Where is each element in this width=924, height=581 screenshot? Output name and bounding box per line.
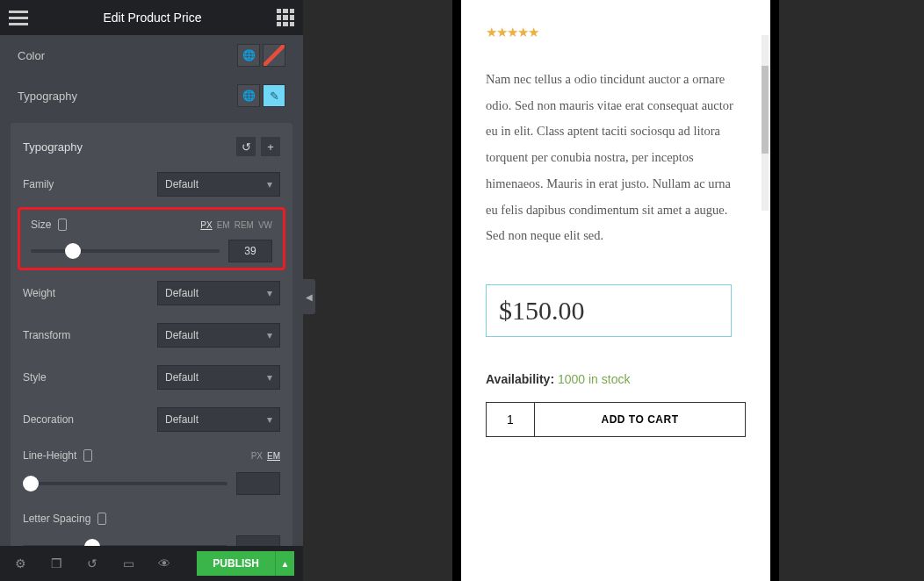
lineheight-row: Line-Height PX EM — [11, 441, 292, 504]
size-slider[interactable] — [31, 249, 220, 253]
lh-unit-px[interactable]: PX — [251, 451, 263, 461]
add-icon[interactable]: + — [261, 137, 280, 156]
history-icon[interactable]: ↺ — [81, 552, 104, 575]
device-preview-frame: ★★★★★ Nam nec tellus a odio tincidunt au… — [452, 0, 779, 581]
color-row: Color — [0, 35, 303, 75]
family-label: Family — [23, 178, 54, 190]
preview-viewport: ★★★★★ Nam nec tellus a odio tincidunt au… — [461, 0, 770, 581]
family-select[interactable]: Default — [157, 172, 280, 197]
device-icon[interactable] — [58, 219, 67, 231]
typography-global-icon[interactable] — [237, 84, 260, 107]
color-global-icon[interactable] — [237, 44, 260, 67]
lineheight-label: Line-Height — [23, 449, 76, 462]
availability: Availability: 1000 in stock — [486, 372, 746, 386]
size-control-highlight: Size PX EM REM VW — [18, 207, 285, 270]
unit-rem[interactable]: REM — [235, 220, 254, 230]
size-slider-thumb[interactable] — [65, 243, 81, 259]
panel-header: Edit Product Price — [0, 0, 303, 35]
transform-row: Transform Default — [11, 314, 292, 356]
settings-icon[interactable]: ⚙ — [9, 552, 32, 575]
weight-select[interactable]: Default — [157, 281, 280, 305]
typography-popover-title: Typography — [23, 140, 83, 154]
publish-button[interactable]: PUBLISH — [197, 551, 275, 576]
device-icon[interactable] — [83, 449, 92, 462]
typography-edit-icon[interactable] — [263, 84, 285, 107]
add-to-cart-button[interactable]: ADD TO CART — [535, 402, 746, 437]
style-label: Style — [23, 371, 47, 384]
editor-panel: Edit Product Price Color Typography Typo… — [0, 0, 303, 581]
transform-label: Transform — [23, 329, 70, 341]
decoration-row: Decoration Default — [11, 398, 292, 441]
color-none-icon[interactable] — [263, 44, 285, 67]
letterspacing-row: Letter Spacing — [11, 504, 292, 546]
panel-body: Color Typography Typography ↺ + F — [0, 35, 303, 546]
product-price: $150.00 — [499, 296, 718, 326]
letterspacing-label: Letter Spacing — [23, 513, 90, 525]
transform-select[interactable]: Default — [157, 323, 280, 348]
size-input[interactable] — [228, 240, 272, 262]
family-row: Family Default — [11, 163, 292, 205]
availability-label: Availability: — [486, 372, 554, 386]
unit-vw[interactable]: VW — [258, 220, 272, 230]
responsive-icon[interactable]: ▭ — [117, 552, 140, 575]
product-description: Nam nec tellus a odio tincidunt auctor a… — [486, 67, 746, 249]
letterspacing-thumb[interactable] — [84, 539, 100, 546]
panel-title: Edit Product Price — [103, 11, 201, 25]
lh-unit-em[interactable]: EM — [267, 451, 280, 461]
scrollbar-thumb[interactable] — [762, 66, 769, 154]
typography-popover: Typography ↺ + Family Default Size PX — [11, 123, 292, 546]
unit-px[interactable]: PX — [200, 220, 212, 230]
layers-icon[interactable]: ❒ — [45, 552, 68, 575]
size-units: PX EM REM VW — [200, 220, 272, 230]
price-widget: $150.00 — [486, 284, 732, 337]
panel-footer: ⚙ ❒ ↺ ▭ 👁 PUBLISH ▲ — [0, 546, 303, 581]
unit-em[interactable]: EM — [217, 220, 230, 230]
preview-icon[interactable]: 👁 — [153, 552, 176, 575]
style-row: Style Default — [11, 356, 292, 398]
size-label: Size — [31, 219, 51, 231]
lineheight-input[interactable] — [236, 472, 280, 495]
decoration-select[interactable]: Default — [157, 407, 280, 432]
reset-icon[interactable]: ↺ — [236, 137, 256, 156]
weight-label: Weight — [23, 287, 55, 299]
lineheight-slider[interactable] — [23, 482, 227, 485]
decoration-label: Decoration — [23, 413, 74, 426]
letterspacing-input[interactable] — [236, 535, 280, 546]
availability-value: 1000 in stock — [558, 372, 631, 386]
style-select[interactable]: Default — [157, 365, 280, 390]
rating-stars: ★★★★★ — [486, 25, 746, 40]
quantity-input[interactable] — [486, 402, 535, 437]
color-label: Color — [18, 49, 45, 62]
lineheight-thumb[interactable] — [23, 476, 39, 491]
device-icon[interactable] — [97, 513, 106, 525]
collapse-handle[interactable]: ◀ — [303, 279, 315, 314]
menu-icon[interactable] — [9, 7, 28, 29]
weight-row: Weight Default — [11, 272, 292, 314]
typography-label: Typography — [18, 90, 77, 103]
publish-dropdown[interactable]: ▲ — [275, 551, 294, 576]
apps-icon[interactable] — [277, 9, 294, 26]
typography-row: Typography — [0, 75, 303, 116]
